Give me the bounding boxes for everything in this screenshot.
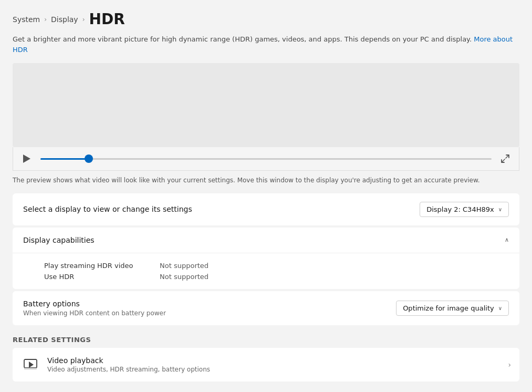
breadcrumb: System › Display › HDR bbox=[13, 11, 519, 28]
capabilities-chevron: ∧ bbox=[505, 236, 509, 243]
display-dropdown-chevron: ∨ bbox=[498, 207, 502, 212]
video-playback-icon bbox=[21, 355, 40, 374]
video-progress-slider[interactable] bbox=[40, 153, 492, 164]
breadcrumb-display[interactable]: Display bbox=[51, 15, 78, 24]
related-settings-heading: Related settings bbox=[13, 327, 519, 348]
svg-rect-3 bbox=[24, 368, 37, 369]
display-dropdown[interactable]: Display 2: C34H89x ∨ bbox=[420, 202, 509, 217]
display-selector-row: Select a display to view or change its s… bbox=[13, 193, 519, 225]
battery-dropdown-chevron: ∨ bbox=[498, 305, 502, 311]
video-preview bbox=[13, 63, 519, 147]
related-text-video-playback: Video playback Video adjustments, HDR st… bbox=[47, 356, 500, 373]
page-title: HDR bbox=[89, 11, 124, 28]
expand-button[interactable] bbox=[498, 151, 513, 166]
svg-marker-4 bbox=[29, 362, 34, 368]
related-subtitle-video-playback: Video adjustments, HDR streaming, batter… bbox=[47, 366, 500, 373]
page-description: Get a brighter and more vibrant picture … bbox=[13, 34, 519, 55]
video-controls-bar bbox=[13, 147, 519, 171]
display-selector-section: Select a display to view or change its s… bbox=[13, 193, 519, 225]
capability-label-hdr: Use HDR bbox=[44, 273, 160, 281]
battery-info: Battery options When viewing HDR content… bbox=[23, 300, 166, 317]
display-selector-label: Select a display to view or change its s… bbox=[23, 205, 192, 213]
capabilities-title: Display capabilities bbox=[23, 236, 95, 244]
capability-label-streaming: Play streaming HDR video bbox=[44, 262, 160, 270]
battery-dropdown[interactable]: Optimize for image quality ∨ bbox=[396, 301, 509, 316]
play-icon bbox=[23, 154, 30, 163]
related-title-video-playback: Video playback bbox=[47, 356, 500, 365]
breadcrumb-sep2: › bbox=[82, 16, 85, 23]
progress-range[interactable] bbox=[40, 158, 492, 160]
battery-section: Battery options When viewing HDR content… bbox=[13, 291, 519, 325]
capability-value-streaming: Not supported bbox=[160, 262, 208, 270]
preview-note: The preview shows what video will look l… bbox=[13, 176, 519, 185]
monitor-video-icon bbox=[23, 357, 38, 372]
capabilities-header[interactable]: Display capabilities ∧ bbox=[13, 228, 519, 253]
svg-line-1 bbox=[502, 159, 505, 162]
battery-dropdown-value: Optimize for image quality bbox=[403, 304, 494, 312]
breadcrumb-system[interactable]: System bbox=[13, 15, 40, 24]
related-item-video-playback[interactable]: Video playback Video adjustments, HDR st… bbox=[13, 348, 519, 381]
battery-title: Battery options bbox=[23, 300, 166, 308]
battery-subtitle: When viewing HDR content on battery powe… bbox=[23, 310, 166, 317]
related-chevron-video-playback: › bbox=[508, 360, 511, 369]
expand-icon bbox=[500, 154, 510, 163]
display-dropdown-value: Display 2: C34H89x bbox=[426, 205, 494, 213]
play-button[interactable] bbox=[19, 151, 34, 166]
capability-row-hdr: Use HDR Not supported bbox=[44, 273, 509, 281]
capabilities-section: Display capabilities ∧ Play streaming HD… bbox=[13, 228, 519, 289]
capability-value-hdr: Not supported bbox=[160, 273, 208, 281]
related-settings-section: Video playback Video adjustments, HDR st… bbox=[13, 348, 519, 381]
capability-row-streaming: Play streaming HDR video Not supported bbox=[44, 262, 509, 270]
svg-line-0 bbox=[506, 156, 509, 159]
capabilities-content: Play streaming HDR video Not supported U… bbox=[13, 253, 519, 289]
breadcrumb-sep1: › bbox=[44, 16, 47, 23]
